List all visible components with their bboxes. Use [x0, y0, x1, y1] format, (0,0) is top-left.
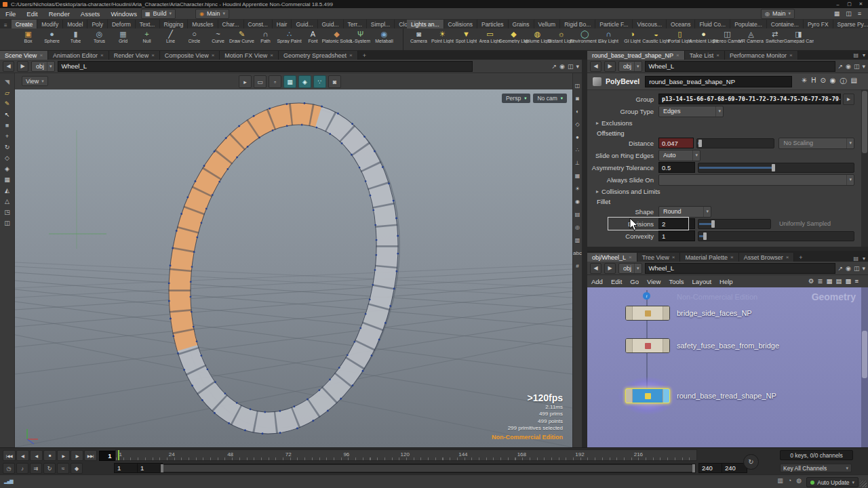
playback-range-slider[interactable] — [160, 464, 696, 473]
shelf-tab[interactable]: Create — [12, 20, 38, 28]
shelf-tool[interactable]: ◯ Environment Light — [573, 28, 597, 50]
close-icon[interactable]: × — [672, 254, 675, 260]
snapshot-icon[interactable]: ◎ — [575, 224, 580, 231]
peak-tool-icon[interactable]: △ — [5, 198, 9, 205]
node-path-field[interactable]: Wheel_L — [58, 61, 473, 72]
update-mode-dropdown[interactable]: Auto Update ▾ — [806, 477, 859, 487]
shelf-tab[interactable]: Text... — [136, 20, 160, 28]
pane-tab[interactable]: Tree View × — [637, 253, 681, 262]
pin-pane-icon[interactable]: ◉ — [846, 265, 851, 272]
pane-tab[interactable]: Asset Browser × — [739, 253, 795, 262]
close-icon[interactable]: × — [789, 52, 793, 58]
exclusions-collapser[interactable]: ▸ Exclusions — [596, 119, 632, 127]
chevron-down-icon[interactable]: ▾ — [863, 52, 865, 58]
lights-icon[interactable]: ☀ — [575, 186, 580, 192]
network-canvas[interactable]: Non-Commercial Edition Geometry i bridge… — [587, 287, 868, 447]
shelf-tab[interactable]: Const... — [244, 20, 273, 28]
shelf-tab[interactable]: Deform — [108, 20, 136, 28]
shelf-tool[interactable]: Ψ L-System — [349, 28, 372, 50]
audio-toggle-icon[interactable]: ♪ — [16, 463, 28, 474]
chevron-down-icon[interactable]: ▾ — [863, 256, 865, 262]
pane-menu-icon[interactable]: ▤ — [851, 77, 857, 86]
shelf-tool[interactable]: ✎ Draw Curve — [230, 28, 254, 50]
shelf-tool[interactable]: ▤ File — [396, 28, 400, 50]
node-body[interactable] — [625, 338, 670, 353]
close-icon[interactable]: × — [270, 52, 273, 58]
shelf-tab[interactable]: Particle F... — [595, 20, 633, 28]
collisions-collapser[interactable]: ▸ Collisions and Limits — [596, 188, 660, 195]
menu-item[interactable]: Assets — [75, 8, 106, 19]
add-pane-tab-button[interactable]: + — [794, 253, 807, 262]
flipbook-icon[interactable]: ▥ — [575, 237, 580, 244]
help-status-icon[interactable]: ◍ — [796, 477, 802, 484]
pin-pane-icon[interactable]: ◉ — [559, 63, 565, 70]
pane-split-icon[interactable]: ◫ — [568, 63, 574, 70]
shelf-tool[interactable]: ☀ Point Light — [431, 28, 454, 50]
snap-primitive-icon[interactable]: ◈ — [298, 75, 311, 88]
shelf-tool[interactable]: ▣ Box — [16, 28, 40, 50]
close-icon[interactable]: × — [212, 52, 215, 58]
jump-up-icon[interactable]: ↗ — [838, 63, 844, 70]
menu-item[interactable]: Render — [43, 8, 75, 19]
sticky-note-icon[interactable]: ▱ — [5, 89, 9, 96]
node-body[interactable] — [625, 388, 670, 403]
shelf-tab[interactable]: Collisions — [444, 20, 477, 28]
pin-pane-icon[interactable]: ◉ — [846, 63, 851, 70]
next-key-icon[interactable]: |▶ — [71, 450, 83, 461]
display-normals-icon[interactable]: ⊥ — [575, 160, 580, 167]
network-node[interactable]: round_base_tread_shape_NP — [625, 389, 776, 403]
params-scrollbar[interactable] — [861, 89, 868, 247]
mirror-tool-icon[interactable]: ◫ — [4, 220, 10, 226]
select-objects-icon[interactable]: ▭ — [254, 75, 267, 88]
shelf-tab[interactable]: Pyro FX — [804, 20, 833, 28]
close-icon[interactable]: × — [349, 52, 353, 58]
handles-tool-icon[interactable]: ◈ — [5, 165, 9, 172]
close-icon[interactable]: × — [786, 254, 789, 260]
wireframe-icon[interactable]: ◇ — [575, 121, 579, 128]
pane-divider[interactable] — [582, 60, 587, 447]
shelf-tool[interactable]: ◍ Volume Light — [526, 28, 549, 50]
node-body[interactable] — [625, 306, 670, 321]
lock-camera-icon[interactable]: ◙ — [328, 75, 341, 88]
key-options-icon[interactable]: ◆ — [71, 463, 83, 474]
prev-key-icon[interactable]: ◀| — [16, 450, 29, 461]
shelf-tool[interactable]: ◉ Metaball — [372, 28, 396, 50]
pane-tab[interactable]: Material Palette × — [680, 253, 738, 262]
context-dropdown[interactable]: obj ▾ — [618, 61, 642, 72]
shelf-tool[interactable]: ~ Curve — [206, 28, 230, 50]
path-back-button[interactable]: ◀ — [3, 61, 14, 72]
shelf-tool[interactable]: ╱ Line — [159, 28, 182, 50]
jump-up-icon[interactable]: ↗ — [552, 63, 557, 70]
projection-dropdown[interactable]: Persp ▾ — [502, 94, 530, 103]
pane-tab[interactable]: Geometry Spreadsheet × — [279, 51, 358, 60]
group-field[interactable]: p13-14-15-66-67-68-69-70-71-72-73-74-75-… — [658, 94, 841, 104]
wrench-icon[interactable]: ⚙ — [808, 277, 814, 285]
layout-grid-icon[interactable]: ▦ — [834, 10, 840, 17]
secure-selection-icon[interactable]: ■ — [5, 122, 9, 129]
shelf-tab[interactable]: Containe... — [767, 20, 804, 28]
translate-tool-icon[interactable]: + — [5, 133, 9, 140]
chevron-down-icon[interactable]: ▾ — [862, 63, 865, 70]
close-button[interactable]: ✕ — [855, 0, 867, 8]
pane-tab[interactable]: Take List × — [685, 51, 725, 60]
display-grid-icon[interactable]: ▦ — [575, 173, 580, 180]
shelf-tab[interactable]: Hair — [273, 20, 292, 28]
shelf-tool[interactable]: ◎ Torus — [87, 28, 111, 50]
divisions-field[interactable]: 2 — [658, 218, 695, 229]
message-log-icon[interactable]: ▥ — [777, 477, 783, 484]
node-bypass-flag[interactable] — [626, 339, 633, 352]
node-path-field[interactable]: Wheel_L — [645, 61, 835, 72]
shelf-tab[interactable]: Rigging — [160, 20, 189, 28]
shelf-tab[interactable]: Simpl... — [367, 20, 395, 28]
display-points-icon[interactable]: ∴ — [576, 147, 579, 154]
info-icon[interactable]: ⓘ — [840, 77, 847, 86]
rotate-tool-icon[interactable]: ↻ — [5, 144, 10, 150]
shelf-menu-icon[interactable]: ≡ — [4, 22, 7, 28]
shelf-tab[interactable]: Terr... — [344, 20, 367, 28]
edit-mode-icon[interactable]: ◭ — [5, 187, 9, 194]
shape-dropdown[interactable]: Round ▾ — [658, 206, 711, 218]
abc-icon[interactable]: abc — [573, 250, 582, 257]
menu-item[interactable]: View — [643, 276, 665, 287]
close-icon[interactable]: × — [39, 52, 43, 58]
shelf-tool[interactable]: ∩ Sky Light — [597, 28, 620, 50]
